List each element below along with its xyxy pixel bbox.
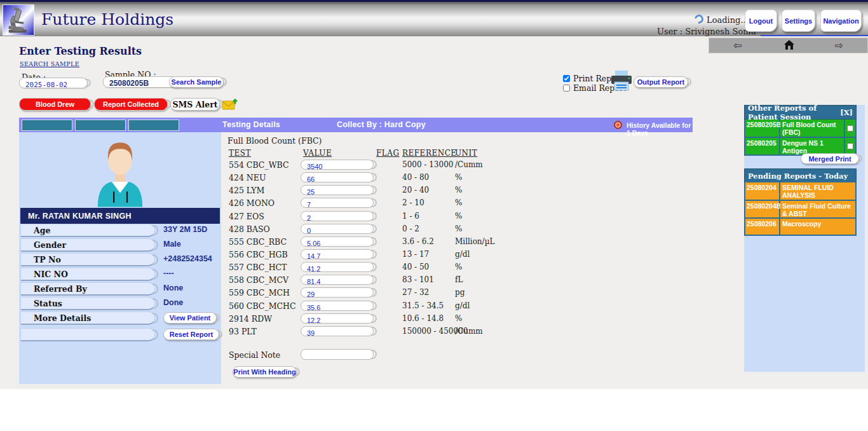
- test-row: 426 MONO 2 - 10 %: [0, 197, 508, 210]
- forward-arrow-icon[interactable]: ⇨: [835, 39, 843, 52]
- test-name: 427 EOS: [229, 212, 264, 221]
- page-title: Enter Testing Results: [19, 45, 142, 57]
- test-value-input[interactable]: [301, 316, 373, 325]
- test-name: 558 CBC_MCV: [229, 275, 288, 285]
- test-name: 428 BASO: [229, 224, 270, 234]
- testing-details-heading: Testing Details: [222, 120, 280, 129]
- test-reference: 40 - 80: [402, 173, 429, 182]
- test-value-input-wrap: [301, 287, 374, 298]
- test-value-input[interactable]: [301, 226, 373, 235]
- print-report-checkbox[interactable]: [563, 75, 570, 82]
- blood-drew-button[interactable]: Blood Drew: [19, 98, 91, 111]
- test-name: 556 CBC_HGB: [229, 250, 288, 259]
- test-value-input-wrap: [301, 160, 374, 170]
- tab-item[interactable]: [22, 120, 72, 131]
- date-input[interactable]: [20, 80, 87, 90]
- report-collected-button[interactable]: Report Collected: [94, 98, 168, 111]
- test-reference: 5000 - 13000: [402, 160, 453, 169]
- output-report-button[interactable]: Output Report: [634, 76, 688, 88]
- test-value-input-wrap: [301, 313, 374, 324]
- other-report-row[interactable]: 25080205B Full Blood Count (FBC): [745, 120, 855, 137]
- test-row: 93 PLT 150000 - 450000 /Cumm: [0, 325, 508, 338]
- logo: [3, 4, 34, 36]
- test-unit: fL: [455, 275, 463, 284]
- report-select-checkbox[interactable]: [847, 143, 853, 149]
- pending-report-row[interactable]: 25080204 SEMINAL FLUID ANALYSIS: [745, 182, 855, 200]
- pending-reports-header: Pending Reports - Today: [744, 168, 857, 183]
- test-value-input[interactable]: [301, 290, 373, 299]
- pending-report-id: 25080204: [745, 182, 780, 200]
- test-row: 557 CBC_HCT 40 - 50 %: [0, 261, 508, 274]
- report-select-checkbox[interactable]: [847, 125, 853, 132]
- test-value-input[interactable]: [301, 329, 373, 338]
- test-value-input[interactable]: [301, 214, 373, 222]
- back-arrow-icon[interactable]: ⇦: [733, 39, 742, 52]
- test-reference: 20 - 40: [402, 186, 429, 195]
- col-value: VALUE: [303, 149, 332, 158]
- test-value-input[interactable]: [301, 277, 373, 286]
- test-value-input[interactable]: [301, 162, 373, 171]
- test-row: 555 CBC_RBC 3.6 - 6.2 Million/µL: [0, 236, 508, 249]
- search-sample-button[interactable]: Search Sample: [169, 76, 224, 88]
- merged-print-button[interactable]: Merged Print: [801, 153, 859, 164]
- email-report-checkbox[interactable]: [563, 85, 570, 92]
- navigation-button[interactable]: Navigation: [820, 10, 862, 32]
- test-value-input-wrap: [301, 301, 374, 311]
- test-value-input[interactable]: [301, 252, 373, 261]
- test-value-input[interactable]: [301, 303, 373, 312]
- mail-icon[interactable]: [222, 99, 238, 111]
- other-report-row[interactable]: 25080205 Dengue NS 1 Antigen: [745, 137, 855, 154]
- other-reports-header: Other Reports of Patient Session [X]: [744, 105, 857, 120]
- logout-button[interactable]: Logout: [745, 10, 777, 32]
- report-id: 25080205: [745, 138, 780, 154]
- test-unit: %: [455, 186, 462, 195]
- pending-reports-title: Pending Reports - Today: [748, 172, 848, 181]
- tab-list: [22, 120, 179, 131]
- header-bar: Future Holdings Loading... User : Srivig…: [0, 0, 868, 36]
- col-test: TEST: [229, 149, 251, 158]
- test-reference: 1 - 6: [402, 212, 419, 221]
- test-name: 425 LYM: [229, 186, 264, 195]
- pending-report-row[interactable]: 25080204B Seminal Fluid Culture & ABST: [745, 200, 855, 217]
- search-sample-link[interactable]: SEARCH SAMPLE: [20, 60, 79, 67]
- test-row: 556 CBC_HGB 13 - 17 g/dl: [0, 249, 508, 261]
- tab-item[interactable]: [75, 120, 126, 131]
- test-unit: /Cumm: [455, 160, 483, 169]
- history-available-text: History Available for 1 Days: [627, 121, 693, 137]
- test-value-input-wrap: [301, 326, 374, 336]
- test-unit: g/dl: [455, 301, 470, 310]
- loading-spinner-icon: [693, 13, 705, 25]
- test-reference: 13 - 17: [402, 250, 429, 259]
- test-reference: 2 - 10: [402, 198, 424, 207]
- tab-item[interactable]: [128, 120, 179, 131]
- test-value-input[interactable]: [301, 188, 373, 196]
- test-unit: %: [455, 198, 462, 207]
- test-reference: 40 - 50: [402, 263, 429, 271]
- section-tab-strip: Testing Details Collect By : Hard Copy H…: [19, 118, 693, 132]
- test-value-input[interactable]: [301, 264, 373, 273]
- history-icon: [614, 121, 622, 129]
- test-value-input[interactable]: [301, 175, 373, 184]
- printer-icon: [610, 71, 633, 92]
- sms-alert-button[interactable]: SMS Alert: [170, 98, 220, 111]
- special-note-input-wrap: [301, 349, 374, 360]
- report-select-cell: [844, 138, 855, 154]
- test-name: 560 CBC_MCHC: [229, 301, 295, 311]
- test-name: 426 MONO: [229, 198, 275, 208]
- print-with-heading-button[interactable]: Print With Heading: [233, 366, 297, 378]
- test-value-input[interactable]: [301, 200, 373, 209]
- test-value-input-wrap: [301, 224, 374, 234]
- test-value-input[interactable]: [301, 239, 373, 248]
- close-icon[interactable]: [X]: [840, 108, 853, 117]
- col-unit: UNIT: [455, 149, 477, 158]
- test-row: 558 CBC_MCV 83 - 101 fL: [0, 274, 508, 287]
- pending-report-row[interactable]: 25080206 Macroscopy: [745, 217, 855, 235]
- report-select-cell: [844, 120, 855, 137]
- other-reports-title: Other Reports of Patient Session: [748, 104, 840, 121]
- pending-report-name: Seminal Fluid Culture & ABST: [780, 201, 855, 217]
- special-note-input[interactable]: [301, 352, 373, 361]
- test-unit: %: [455, 212, 462, 221]
- home-icon[interactable]: [783, 39, 795, 50]
- test-name: 555 CBC_RBC: [229, 237, 287, 247]
- settings-button[interactable]: Settings: [782, 10, 815, 32]
